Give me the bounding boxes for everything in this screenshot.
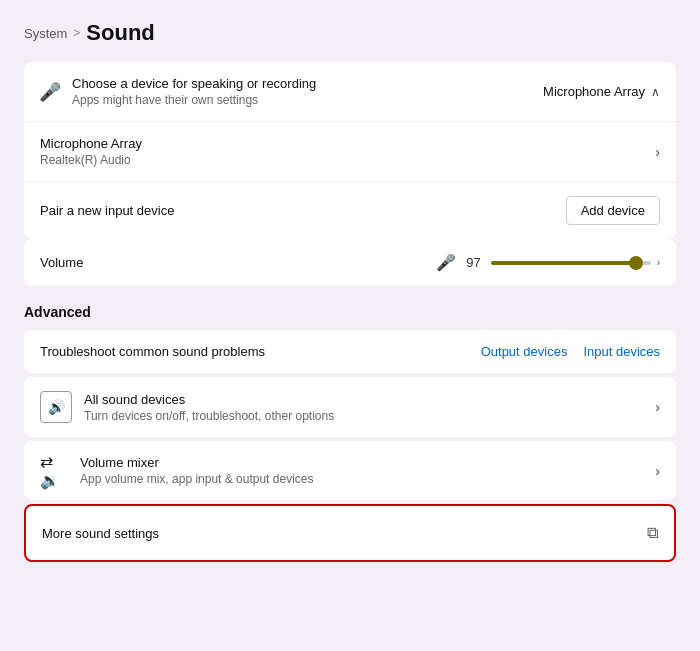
volume-mixer-icon: ⇄🔉 — [40, 457, 68, 485]
volume-mixer-text: Volume mixer App volume mix, app input &… — [80, 455, 313, 486]
troubleshoot-links: Output devices Input devices — [481, 344, 660, 359]
troubleshoot-row: Troubleshoot common sound problems Outpu… — [24, 330, 676, 373]
all-devices-left: 🔊 All sound devices Turn devices on/off,… — [40, 391, 334, 423]
output-devices-link[interactable]: Output devices — [481, 344, 568, 359]
volume-mixer-left: ⇄🔉 Volume mixer App volume mix, app inpu… — [40, 455, 313, 486]
all-devices-text: All sound devices Turn devices on/off, t… — [84, 392, 334, 423]
advanced-section-label: Advanced — [24, 304, 676, 320]
device-chooser-right[interactable]: Microphone Array ∧ — [543, 84, 660, 99]
volume-row: Volume 🎤 97 › — [24, 239, 676, 286]
all-devices-row[interactable]: 🔊 All sound devices Turn devices on/off,… — [24, 377, 676, 437]
pair-device-row: Pair a new input device Add device — [24, 182, 676, 239]
more-sound-settings-row[interactable]: More sound settings ⧉ — [24, 504, 676, 562]
mic-array-row[interactable]: Microphone Array Realtek(R) Audio › — [24, 122, 676, 182]
slider-track[interactable] — [491, 261, 651, 265]
slider-thumb[interactable] — [629, 256, 643, 270]
breadcrumb-separator: > — [73, 26, 80, 40]
chooser-sub-label: Apps might have their own settings — [72, 93, 316, 107]
volume-mixer-main-label: Volume mixer — [80, 455, 313, 470]
volume-value: 97 — [466, 255, 480, 270]
all-devices-sub-label: Turn devices on/off, troubleshoot, other… — [84, 409, 334, 423]
volume-mixer-sub-label: App volume mix, app input & output devic… — [80, 472, 313, 486]
all-devices-icon: 🔊 — [40, 391, 72, 423]
all-devices-main-label: All sound devices — [84, 392, 334, 407]
device-chooser-left: 🎤 Choose a device for speaking or record… — [40, 76, 316, 107]
breadcrumb: System > Sound — [24, 20, 676, 46]
mic-array-sub-label: Realtek(R) Audio — [40, 153, 142, 167]
breadcrumb-system[interactable]: System — [24, 26, 67, 41]
chevron-up-icon: ∧ — [651, 85, 660, 99]
external-link-icon: ⧉ — [647, 524, 658, 542]
mic-array-text: Microphone Array Realtek(R) Audio — [40, 136, 142, 167]
mic-array-main-label: Microphone Array — [40, 136, 142, 151]
volume-slider-wrap[interactable]: › — [491, 257, 660, 268]
troubleshoot-label: Troubleshoot common sound problems — [40, 344, 265, 359]
more-settings-label: More sound settings — [42, 526, 159, 541]
mic-array-chevron-icon: › — [655, 144, 660, 160]
volume-mic-icon: 🎤 — [436, 253, 456, 272]
input-devices-link[interactable]: Input devices — [583, 344, 660, 359]
microphone-icon: 🎤 — [40, 82, 60, 102]
pair-device-label: Pair a new input device — [40, 203, 174, 218]
slider-fill — [491, 261, 637, 265]
breadcrumb-current: Sound — [86, 20, 154, 46]
chooser-main-label: Choose a device for speaking or recordin… — [72, 76, 316, 91]
device-chooser-row[interactable]: 🎤 Choose a device for speaking or record… — [24, 62, 676, 122]
volume-label: Volume — [40, 255, 83, 270]
volume-mixer-chevron-icon: › — [655, 463, 660, 479]
slider-arrow-icon: › — [657, 257, 660, 268]
add-device-button[interactable]: Add device — [566, 196, 660, 225]
all-devices-chevron-icon: › — [655, 399, 660, 415]
selected-device-label: Microphone Array — [543, 84, 645, 99]
volume-controls: 🎤 97 › — [436, 253, 660, 272]
device-chooser-text: Choose a device for speaking or recordin… — [72, 76, 316, 107]
volume-mixer-row[interactable]: ⇄🔉 Volume mixer App volume mix, app inpu… — [24, 441, 676, 500]
